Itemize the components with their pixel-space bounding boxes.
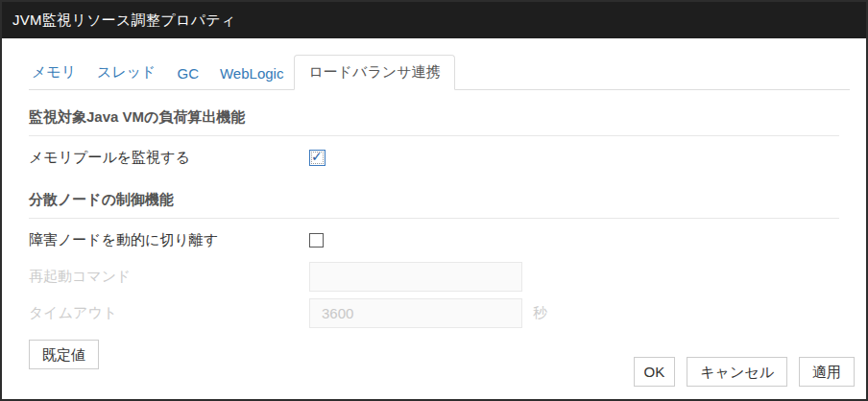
- check-icon: ✓: [311, 149, 323, 165]
- tab-thread[interactable]: スレッド: [86, 55, 166, 89]
- jvm-monitor-resource-properties-dialog: JVM監視リソース調整プロパティ メモリ スレッド GC WebLogic ロー…: [0, 0, 868, 401]
- dialog-footer: OK キャンセル 適用: [622, 357, 855, 387]
- section-heading-distributed-node-control: 分散ノードの制御機能: [29, 191, 839, 219]
- default-values-button[interactable]: 既定値: [29, 340, 99, 369]
- isolate-failure-node-checkbox[interactable]: ✓: [309, 233, 324, 248]
- tab-load-balancer-linkage[interactable]: ロードバランサ連携: [294, 55, 454, 90]
- restart-command-label: 再起動コマンド: [29, 268, 309, 286]
- field-row-isolate-failure-node: 障害ノードを動的に切り離す ✓: [29, 225, 839, 255]
- tab-weblogic[interactable]: WebLogic: [209, 57, 294, 89]
- dialog-title: JVM監視リソース調整プロパティ: [12, 12, 236, 30]
- cancel-button[interactable]: キャンセル: [687, 357, 787, 387]
- restart-command-input: [309, 262, 522, 292]
- apply-button[interactable]: 適用: [799, 357, 855, 387]
- isolate-failure-node-label: 障害ノードを動的に切り離す: [29, 231, 309, 249]
- section-heading-load-calculation: 監視対象Java VMの負荷算出機能: [29, 108, 839, 136]
- timeout-unit-label: 秒: [533, 304, 547, 322]
- monitor-memory-pool-checkbox[interactable]: ✓: [309, 150, 326, 166]
- ok-button[interactable]: OK: [634, 357, 676, 387]
- tab-memory[interactable]: メモリ: [29, 55, 86, 89]
- monitor-memory-pool-label: メモリプールを監視する: [29, 149, 309, 167]
- tab-bar: メモリ スレッド GC WebLogic ロードバランサ連携: [29, 55, 850, 90]
- timeout-label: タイムアウト: [29, 304, 309, 322]
- timeout-input: [309, 298, 522, 328]
- field-row-restart-command: 再起動コマンド: [29, 262, 839, 292]
- tab-panel-load-balancer: 監視対象Java VMの負荷算出機能 メモリプールを監視する ✓ 分散ノードの制…: [2, 108, 866, 328]
- tab-gc[interactable]: GC: [166, 57, 209, 89]
- field-row-monitor-memory-pool: メモリプールを監視する ✓: [29, 143, 839, 173]
- field-row-timeout: タイムアウト 秒: [29, 298, 839, 328]
- dialog-titlebar: JVM監視リソース調整プロパティ: [2, 2, 866, 38]
